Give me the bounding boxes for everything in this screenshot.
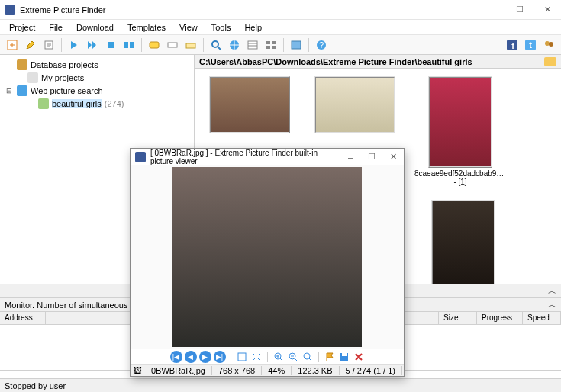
svg-text:?: ? — [319, 40, 324, 50]
svg-rect-15 — [292, 41, 301, 49]
svg-rect-10 — [248, 41, 257, 49]
viewer-position: 5 / 274 (1 / 1) — [340, 366, 402, 375]
col-size[interactable]: Size — [439, 312, 477, 324]
toolbar: ? f t — [0, 35, 561, 55]
view-thumbs-button[interactable] — [263, 37, 279, 53]
open-folder-icon[interactable] — [544, 57, 556, 66]
svg-rect-2 — [108, 42, 114, 48]
menu-download[interactable]: Download — [70, 21, 120, 34]
viewer-fullscreen-button[interactable] — [236, 351, 248, 363]
help-icon-button[interactable]: ? — [313, 37, 330, 53]
people-button[interactable] — [540, 37, 557, 53]
facebook-button[interactable]: f — [504, 37, 521, 53]
path-text: C:\Users\AbbasPC\Downloads\Extreme Pictu… — [199, 57, 472, 66]
svg-rect-6 — [168, 43, 177, 47]
viewer-zoom-reset-button[interactable] — [301, 351, 314, 363]
svg-rect-29 — [342, 353, 347, 356]
viewer-zoom-out-button[interactable] — [287, 351, 299, 363]
col-address[interactable]: Address — [0, 312, 46, 324]
svg-rect-11 — [266, 41, 270, 44]
app-icon — [5, 5, 15, 15]
viewer-titlebar[interactable]: [ 0BWBRaR.jpg ] - Extreme Picture Finder… — [131, 149, 404, 165]
svg-point-22 — [545, 41, 550, 46]
search-button[interactable] — [208, 37, 224, 53]
thumbnail-item[interactable]: 0uNvIvV.jpg - [1] — [418, 200, 509, 284]
new-project-button[interactable] — [4, 37, 21, 53]
viewer-first-button[interactable]: |◀ — [170, 351, 182, 363]
expand-icon[interactable]: ⊟ — [5, 87, 14, 95]
viewer-toolbar: |◀ ◀ ▶ ▶| — [131, 349, 404, 364]
svg-rect-3 — [124, 42, 128, 48]
thumbnail-item[interactable]: 8caeae9edf52dadcbab9417c8c0... - [1] — [414, 76, 506, 186]
twitter-button[interactable]: t — [522, 37, 539, 53]
menu-project[interactable]: Project — [3, 21, 41, 34]
category-button[interactable] — [182, 37, 199, 53]
view-list-button[interactable] — [244, 37, 261, 53]
menu-help[interactable]: Help — [238, 21, 268, 34]
maximize-button[interactable]: ☐ — [506, 1, 534, 19]
svg-rect-5 — [150, 42, 159, 48]
viewer-canvas[interactable] — [131, 165, 404, 349]
svg-rect-14 — [272, 46, 276, 49]
menubar: Project File Download Templates View Too… — [0, 20, 561, 35]
tree-beautiful-girls[interactable]: beautiful girls(274) — [5, 97, 189, 110]
viewer-fit-button[interactable] — [250, 351, 263, 363]
status-bar: Stopped by user — [0, 378, 561, 392]
viewer-filesize: 122.3 KB — [292, 366, 339, 375]
svg-text:t: t — [529, 40, 532, 50]
image-icon: 🖼 — [134, 366, 142, 375]
viewer-minimize-button[interactable]: – — [340, 149, 361, 165]
notes-button[interactable] — [146, 37, 163, 53]
stop-button[interactable] — [102, 37, 119, 53]
viewer-dimensions: 768 x 768 — [212, 366, 262, 375]
edit-button[interactable] — [22, 37, 39, 53]
link-button[interactable] — [164, 37, 181, 53]
menu-view[interactable]: View — [173, 21, 204, 34]
tree-my-projects[interactable]: My projects — [5, 71, 189, 84]
tree-database-projects[interactable]: Database projects — [5, 58, 189, 71]
viewer-statusbar: 🖼 0BWBRaR.jpg 768 x 768 44% 122.3 KB 5 /… — [131, 364, 404, 376]
svg-rect-24 — [238, 353, 246, 361]
svg-point-23 — [549, 42, 553, 47]
viewer-maximize-button[interactable]: ☐ — [361, 149, 382, 165]
menu-tools[interactable]: Tools — [205, 21, 237, 34]
viewer-zoom-in-button[interactable] — [272, 351, 285, 363]
viewer-close-button[interactable]: ✕ — [382, 149, 404, 165]
viewer-next-button[interactable]: ▶ — [199, 351, 211, 363]
viewer-zoom: 44% — [262, 366, 292, 375]
viewer-prev-button[interactable]: ◀ — [185, 351, 197, 363]
minimize-button[interactable]: – — [479, 1, 506, 19]
stop-all-button[interactable] — [121, 37, 137, 53]
play-all-button[interactable] — [84, 37, 101, 53]
play-button[interactable] — [66, 37, 82, 53]
globe-button[interactable] — [226, 37, 243, 53]
viewer-save-button[interactable] — [338, 351, 350, 363]
menu-templates[interactable]: Templates — [121, 21, 172, 34]
main-titlebar: Extreme Picture Finder – ☐ ✕ — [0, 0, 561, 20]
svg-rect-13 — [266, 46, 270, 49]
tree-web-picture-search[interactable]: ⊟Web picture search — [5, 84, 189, 97]
menu-file[interactable]: File — [43, 21, 69, 34]
viewer-image — [172, 167, 362, 347]
viewer-delete-button[interactable] — [353, 351, 365, 363]
properties-button[interactable] — [40, 37, 57, 53]
window-title: Extreme Picture Finder — [20, 5, 479, 14]
viewer-title: [ 0BWBRaR.jpg ] - Extreme Picture Finder… — [150, 149, 340, 165]
viewer-flag-button[interactable] — [324, 351, 336, 363]
close-button[interactable]: ✕ — [534, 1, 561, 19]
path-bar: C:\Users\AbbasPC\Downloads\Extreme Pictu… — [195, 55, 561, 69]
svg-point-8 — [212, 41, 218, 47]
col-progress[interactable]: Progress — [477, 312, 523, 324]
viewer-app-icon — [135, 152, 146, 162]
col-speed[interactable]: Speed — [523, 312, 561, 324]
svg-rect-7 — [186, 43, 195, 48]
thumbnail-button[interactable] — [288, 37, 305, 53]
viewer-last-button[interactable]: ▶| — [214, 351, 226, 363]
svg-rect-12 — [272, 41, 276, 44]
viewer-window[interactable]: [ 0BWBRaR.jpg ] - Extreme Picture Finder… — [130, 148, 405, 377]
chevron-up-icon[interactable]: ︿ — [548, 285, 556, 297]
svg-rect-4 — [130, 42, 134, 48]
viewer-filename: 0BWBRaR.jpg — [145, 366, 212, 375]
svg-point-27 — [304, 353, 310, 359]
chevron-up-icon[interactable]: ︿ — [548, 299, 556, 310]
